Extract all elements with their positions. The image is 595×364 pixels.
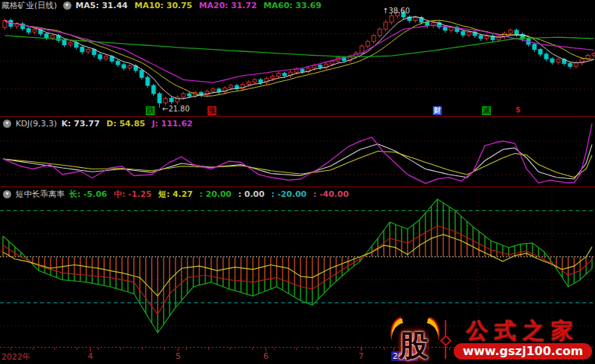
axis-minor-tick — [296, 348, 297, 350]
axis-minor-tick — [384, 348, 385, 350]
axis-minor-tick — [164, 348, 165, 350]
bias-values: 长: -5.06中: -1.25短: 4.27: 20.00: 0.00: -2… — [69, 189, 356, 199]
bias-value: : -20.00 — [271, 189, 307, 199]
kdj-value: J: 111.62 — [152, 119, 193, 129]
bull-logo: 股 — [393, 318, 439, 361]
bias-indicator-name: 短中长乖离率 — [16, 189, 65, 199]
panel-divider — [0, 186, 595, 187]
signal-badge: $ — [515, 105, 521, 114]
bias-value: : -40.00 — [313, 189, 349, 199]
axis-minor-tick — [120, 348, 121, 350]
axis-minor-tick — [361, 348, 362, 350]
axis-label: 4 — [88, 351, 93, 361]
signal-badge: 涨 — [208, 106, 216, 115]
kdj-values: K: 73.77D: 54.85J: 111.62 — [62, 119, 199, 129]
axis-minor-tick — [186, 348, 187, 350]
candlestick-chart[interactable] — [0, 0, 595, 117]
chevron-down-icon[interactable]: ▾ — [63, 1, 71, 10]
axis-minor-tick — [142, 348, 143, 350]
price-annotation: ←21.80 — [162, 105, 190, 113]
kdj-value: K: 73.77 — [62, 119, 100, 129]
ma-value: MA20: 31.72 — [199, 1, 257, 10]
ma-value: MA5: 31.44 — [76, 1, 128, 10]
axis-minor-tick — [77, 348, 77, 350]
bias-panel-header: ▾ 短中长乖离率 长: -5.06中: -1.25短: 4.27: 20.00:… — [1, 189, 356, 199]
logo-text-block: 公式之家 www.gszj100.com — [454, 319, 592, 360]
signal-badge: 财 — [433, 106, 442, 115]
price-annotation: ↑38.60 — [382, 7, 410, 15]
axis-label: 6 — [263, 351, 268, 361]
axis-label: 5 — [176, 351, 181, 361]
axis-minor-tick — [54, 348, 55, 350]
axis-minor-tick — [252, 348, 253, 350]
bias-value: 中: -1.25 — [114, 189, 152, 199]
axis-label: 7 — [358, 351, 364, 361]
ma-values: MA5: 31.44MA10: 30.75MA20: 31.72MA60: 33… — [76, 1, 329, 10]
logo-divider — [445, 320, 446, 359]
axis-minor-tick — [98, 348, 99, 350]
bias-value: 短: 4.27 — [158, 189, 193, 199]
watermark-logo: 股 公式之家 www.gszj100.com — [393, 318, 592, 361]
logo-site-name: 公式之家 — [466, 319, 579, 342]
axis-minor-tick — [340, 348, 341, 350]
axis-minor-tick — [10, 348, 11, 350]
bias-value: : 0.00 — [238, 189, 264, 199]
stock-app-window: 藏格矿业(日线) ▾ MA5: 31.44MA10: 30.75MA20: 31… — [0, 0, 595, 364]
kdj-value: D: 54.85 — [106, 119, 145, 129]
ma-value: MA60: 33.69 — [263, 1, 321, 10]
chevron-down-icon[interactable]: ▾ — [3, 190, 11, 198]
kdj-indicator-name: KDJ(9,3,3) — [16, 119, 57, 129]
signal-badge: 减 — [482, 106, 491, 115]
axis-minor-tick — [274, 348, 274, 350]
signal-badge: 跌 — [146, 106, 155, 115]
axis-minor-tick — [318, 348, 318, 350]
chevron-down-icon[interactable]: ▾ — [3, 120, 11, 128]
stock-title: 藏格矿业(日线) — [1, 1, 57, 10]
logo-stock-character: 股 — [399, 325, 428, 364]
main-panel-header: 藏格矿业(日线) ▾ MA5: 31.44MA10: 30.75MA20: 31… — [1, 1, 328, 10]
axis-minor-tick — [208, 348, 209, 350]
bias-value: : 20.00 — [199, 189, 231, 199]
kdj-panel-header: ▾ KDJ(9,3,3) K: 73.77D: 54.85J: 111.62 — [1, 119, 199, 129]
axis-label: 2022年 — [1, 351, 30, 363]
axis-minor-tick — [230, 348, 231, 350]
panel-divider — [0, 116, 595, 117]
ma-value: MA10: 30.75 — [135, 1, 193, 10]
bias-value: 长: -5.06 — [69, 189, 107, 199]
diamond-icon — [440, 335, 452, 347]
axis-minor-tick — [33, 348, 33, 350]
logo-site-url: www.gszj100.com — [454, 343, 592, 360]
